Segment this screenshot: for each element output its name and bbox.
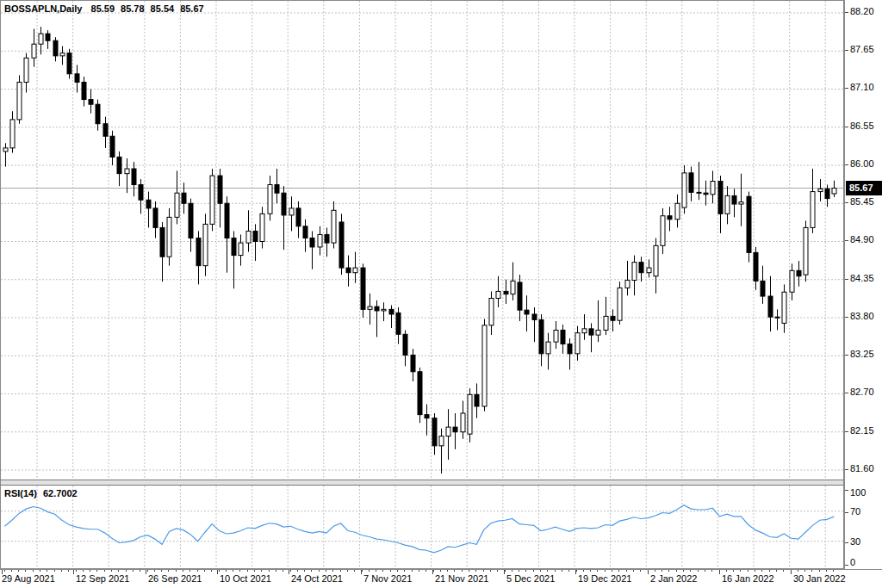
candle[interactable]	[632, 256, 637, 296]
candle[interactable]	[818, 179, 823, 201]
candle[interactable]	[604, 297, 608, 335]
candle[interactable]	[489, 291, 494, 335]
candle[interactable]	[239, 234, 243, 265]
candle[interactable]	[768, 276, 773, 331]
candle[interactable]	[17, 75, 22, 123]
candle[interactable]	[296, 201, 301, 238]
candle[interactable]	[153, 201, 158, 238]
candle[interactable]	[346, 256, 351, 287]
candle[interactable]	[160, 222, 165, 282]
candle[interactable]	[654, 238, 658, 293]
candle[interactable]	[39, 27, 43, 54]
rsi-pane[interactable]: RSI(14)62.7002	[0, 486, 844, 569]
candle[interactable]	[225, 196, 229, 272]
candle[interactable]	[468, 388, 472, 443]
candle[interactable]	[382, 302, 386, 321]
candle[interactable]	[60, 46, 65, 65]
price-pane[interactable]: BOSSAPLN,Daily 85.5985.7885.5485.67	[0, 0, 844, 480]
candle[interactable]	[368, 294, 372, 325]
candle[interactable]	[318, 226, 322, 256]
candle[interactable]	[103, 117, 108, 148]
candle[interactable]	[790, 263, 794, 300]
candle[interactable]	[132, 162, 136, 196]
candle[interactable]	[711, 170, 715, 203]
candle[interactable]	[82, 77, 86, 107]
candle[interactable]	[475, 383, 479, 418]
candle[interactable]	[561, 325, 565, 354]
candle[interactable]	[661, 208, 665, 254]
candle[interactable]	[596, 300, 600, 342]
candle[interactable]	[525, 295, 529, 331]
candle[interactable]	[167, 208, 171, 266]
candle[interactable]	[539, 314, 543, 366]
candle[interactable]	[618, 282, 622, 325]
candle[interactable]	[554, 321, 558, 349]
candle[interactable]	[782, 284, 786, 332]
candle[interactable]	[246, 210, 251, 251]
candle[interactable]	[575, 326, 580, 361]
candle[interactable]	[32, 29, 36, 67]
candle[interactable]	[353, 252, 357, 283]
candle[interactable]	[3, 143, 8, 166]
candle[interactable]	[697, 162, 701, 200]
candle[interactable]	[303, 220, 307, 252]
candle[interactable]	[425, 405, 429, 436]
candle[interactable]	[761, 266, 765, 304]
candle[interactable]	[689, 167, 693, 201]
candle[interactable]	[282, 186, 286, 250]
candle[interactable]	[260, 207, 264, 248]
candle[interactable]	[775, 309, 780, 330]
candle[interactable]	[832, 181, 836, 197]
candle[interactable]	[725, 186, 730, 224]
candle[interactable]	[67, 49, 71, 79]
candle[interactable]	[568, 338, 572, 369]
pane-splitter[interactable]	[0, 480, 844, 486]
candle[interactable]	[89, 89, 93, 113]
candle[interactable]	[496, 276, 500, 307]
candle[interactable]	[339, 214, 344, 275]
candle[interactable]	[332, 201, 336, 249]
candle[interactable]	[10, 111, 15, 152]
candle[interactable]	[668, 207, 672, 231]
candle[interactable]	[139, 179, 143, 214]
candle[interactable]	[582, 314, 587, 340]
candle[interactable]	[797, 261, 801, 287]
candle[interactable]	[747, 192, 751, 263]
candle[interactable]	[196, 231, 201, 284]
candle[interactable]	[310, 231, 314, 269]
candle[interactable]	[675, 195, 680, 228]
candle[interactable]	[739, 174, 743, 226]
candle[interactable]	[75, 65, 79, 92]
candle[interactable]	[411, 349, 415, 381]
candle[interactable]	[24, 53, 28, 93]
time-scale[interactable]: 29 Aug 202112 Sep 202126 Sep 202110 Oct …	[0, 569, 882, 588]
candle[interactable]	[175, 170, 179, 224]
candle[interactable]	[389, 306, 394, 329]
price-scale[interactable]: 88.2087.6587.1086.5586.0085.4584.9084.35…	[844, 0, 882, 569]
candle[interactable]	[182, 183, 186, 214]
candle[interactable]	[482, 319, 487, 412]
candle[interactable]	[268, 176, 272, 220]
candle[interactable]	[704, 181, 708, 206]
candle[interactable]	[754, 247, 758, 290]
candle[interactable]	[432, 413, 437, 455]
candle[interactable]	[625, 261, 630, 295]
candle[interactable]	[682, 165, 686, 214]
candle[interactable]	[811, 169, 815, 233]
candle[interactable]	[403, 330, 407, 366]
candle[interactable]	[117, 152, 121, 186]
candle[interactable]	[210, 169, 214, 231]
candle[interactable]	[203, 214, 208, 275]
candle[interactable]	[546, 333, 550, 370]
candle[interactable]	[446, 409, 450, 460]
candle[interactable]	[611, 309, 615, 331]
candle[interactable]	[375, 300, 379, 337]
candle[interactable]	[110, 131, 115, 165]
candle[interactable]	[418, 368, 422, 423]
candle[interactable]	[275, 169, 279, 203]
candle[interactable]	[647, 259, 651, 277]
candle[interactable]	[289, 196, 294, 231]
candle[interactable]	[461, 401, 465, 439]
candle[interactable]	[361, 263, 365, 318]
candle[interactable]	[53, 37, 58, 61]
